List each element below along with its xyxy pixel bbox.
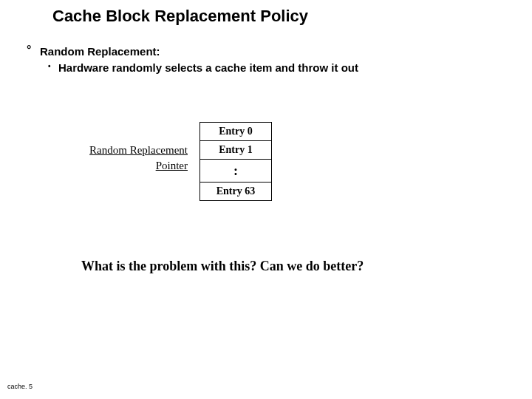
diagram-label-line1: Random Replacement	[73, 143, 188, 158]
bullet-main-text: Random Replacement:	[40, 45, 160, 58]
table-row-ellipsis: :	[200, 159, 272, 182]
table-row: Entry 63	[200, 182, 272, 201]
page-title: Cache Block Replacement Policy	[52, 7, 308, 26]
diagram-pointer-label: Random Replacement Pointer	[73, 143, 188, 174]
bullet-sub: Hardware randomly selects a cache item a…	[58, 61, 358, 74]
footer-page-ref: cache. 5	[7, 383, 33, 390]
diagram-label-line2: Pointer	[73, 158, 188, 174]
question-text: What is the problem with this? Can we do…	[81, 259, 364, 274]
cache-entries-table: Entry 0 Entry 1 : Entry 63	[200, 122, 272, 201]
bullet-main: Random Replacement:	[28, 45, 160, 58]
table-row: Entry 1	[200, 140, 272, 159]
table-row: Entry 0	[200, 122, 272, 140]
